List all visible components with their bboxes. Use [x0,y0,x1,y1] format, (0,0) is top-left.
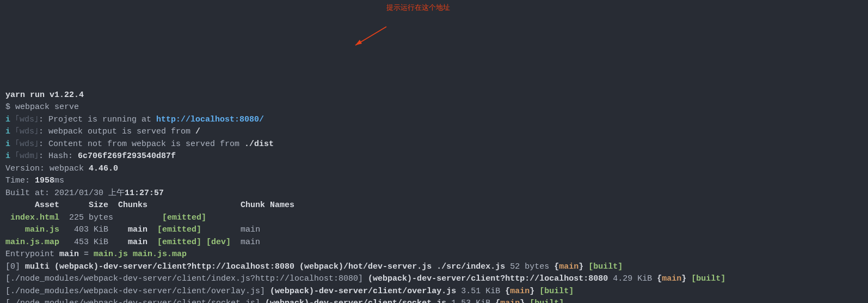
module-path: [./node_modules/webpack-dev-server/clien… [5,287,270,296]
module-index: [0] [5,262,25,271]
info-icon: i [5,115,10,124]
dist-path: ./dist [244,140,274,149]
prompt: $ [5,102,15,112]
server-url[interactable]: http://localhost:8080/ [156,115,264,124]
asset-name: main.js.map [5,238,59,247]
emitted-tag: [emitted] [162,213,206,222]
emitted-tag: [emitted] [147,225,201,234]
info-icon: i [5,152,10,161]
chunk-ref: main [510,287,530,296]
entrypoint-label: Entrypoint [5,250,59,259]
built-tag: [built] [583,262,623,271]
entrypoint-name: main [59,250,79,259]
chunk-ref: main [662,274,681,283]
module-name: multi (webpack)-dev-server/client?http:/… [25,262,505,271]
terminal-output: yarn run v1.22.4 $ webpack serve i ｢wds｣… [5,89,863,304]
time-label: Time: [5,176,35,185]
info-icon: i [5,140,10,149]
module-path: [./node_modules/webpack-dev-server/clien… [5,274,368,283]
command: webpack serve [15,102,79,112]
entrypoint-files: main.js main.js.map [94,250,187,259]
module-name: (webpack)-dev-server/client?http://local… [368,274,608,283]
asset-name: main.js [5,225,59,234]
module-name: (webpack)-dev-server/client/socket.js [265,299,446,303]
wdm-tag: ｢wdm｣ [10,152,39,161]
hash-value: 6c706f269f293540d87f [78,152,176,161]
module-path: [./node_modules/webpack-dev-server/clien… [5,299,265,303]
build-time: 1958 [35,176,54,185]
wds-tag: ｢wds｣ [10,115,39,124]
built-at-time: 11:27:57 [125,189,164,198]
built-tag: [built] [534,287,574,296]
wds-tag: ｢wds｣ [10,140,39,149]
built-tag: [built] [686,274,725,283]
built-at-label: Built at: 2021/01/30 上午 [5,189,125,198]
emitted-tag: [emitted] [dev] [147,238,231,247]
annotation-text: 提示运行在这个地址 [386,2,450,13]
yarn-version: yarn run v1.22.4 [5,90,84,100]
chunk-name: main [128,238,147,247]
built-tag: [built] [525,299,564,303]
table-header: Asset Size Chunks Chunk Names [5,201,294,210]
module-name: (webpack)-dev-server/client/overlay.js [270,287,456,296]
chunk-ref: main [559,262,578,271]
output-path: / [195,127,200,136]
version-label: Version: webpack [5,164,89,173]
svg-marker-1 [355,40,362,45]
webpack-version: 4.46.0 [89,164,118,173]
wds-tag: ｢wds｣ [10,127,39,136]
chunk-ref: main [500,299,520,303]
annotation-arrow-icon [351,13,389,59]
chunk-name: main [128,225,147,234]
info-icon: i [5,127,10,136]
asset-name: index.html [5,213,59,222]
